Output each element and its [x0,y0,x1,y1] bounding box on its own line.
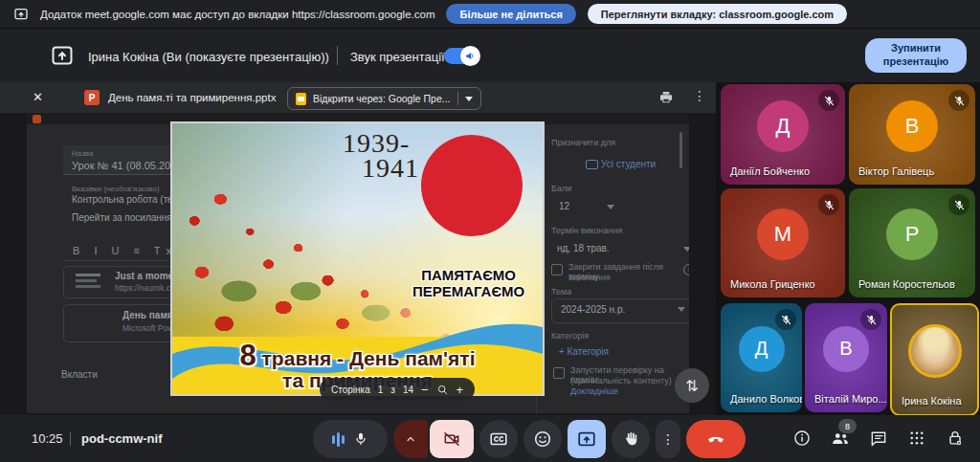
close-after-label2: виконання [568,273,611,282]
speaker-icon [465,51,476,61]
mic-off-icon [818,90,839,111]
participant-tile-self[interactable]: Ірина Кокіна [890,303,979,416]
attachment-thumbnail [64,305,112,341]
chevron-down-icon [607,205,614,209]
google-meet-window: Додаток meet.google.com має доступ до вк… [0,0,980,462]
meeting-code: pod-ccmw-nif [81,431,163,446]
page-current: 1 [378,385,384,395]
page-total: 14 [403,385,413,395]
zoom-in-button[interactable]: + [457,384,464,396]
participant-name: Віталій Миро... [814,393,887,405]
share-banner-text: Додаток meet.google.com має доступ до вк… [40,9,434,20]
raise-hand-icon [621,429,640,449]
participant-tile[interactable]: В Віктор Галівець [849,84,975,185]
camera-options-button[interactable] [393,420,428,458]
host-controls-button[interactable] [944,427,967,450]
people-panel-button[interactable]: 8 [829,427,852,450]
file-name: День памя.ті та примирення.pptx [108,92,276,103]
page-label: Сторінка [331,385,370,395]
meeting-panels: 8 [791,427,967,450]
reactions-button[interactable] [523,420,562,458]
zoom-icon[interactable] [436,384,449,396]
avatar: М [757,209,809,260]
toggle-knob [460,46,480,66]
points-label: Бали [551,184,571,193]
participant-tile[interactable]: Д Даніїл Бойченко [721,84,845,185]
presentation-audio-toggle[interactable] [444,48,479,64]
shared-screen-viewer: ✕ P День памя.ті та примирення.pptx Відк… [0,82,716,415]
add-category-button: + Категорія [559,346,609,357]
slide-years: 1939- 1941 [343,131,419,181]
participant-tile[interactable]: Д Данило Волков [721,303,802,412]
participant-tile[interactable]: В Віталій Миро... [805,303,887,412]
info-icon: i [683,264,689,275]
raise-hand-button[interactable] [612,420,650,458]
participant-name: Віктор Галівець [858,165,934,177]
tab-share-banner: Додаток meet.google.com має доступ до вк… [0,0,980,29]
participant-count-badge: 8 [838,419,857,433]
instructions-label: Вказівки (необов'язково) [72,185,159,193]
participant-tile[interactable]: Р Роман Коростельов [849,188,975,297]
chat-panel-button[interactable] [867,427,890,450]
participant-tile[interactable]: М Микола Гриценко [721,188,845,297]
page-controls: Сторінка 1 з 14 − + [320,378,475,401]
checkbox [553,367,565,379]
file-viewer-header: ✕ P День памя.ті та примирення.pptx Відк… [0,82,716,113]
open-with-label: Відкрити через: Google Пре... [313,93,451,104]
avatar: Д [739,326,785,372]
swap-layout-button[interactable]: ⇅ [675,368,709,403]
reactions-icon [532,429,553,450]
clock-time: 10:25 [32,431,63,446]
slide-motto: ПАМЯТАЄМО ПЕРЕМАГАЄМО [412,267,524,300]
print-icon[interactable] [658,90,674,105]
assign-to-label: Призначити для [551,138,615,147]
captions-button[interactable] [479,420,518,458]
attach-label: Вкласти [61,369,98,380]
category-label: Категорія [551,331,589,341]
zoom-out-button[interactable]: − [421,384,429,396]
presenting-bar: Ірина Кокіна (Ви (показуєте презентацію)… [0,29,980,83]
avatar: Р [886,209,938,260]
more-options-icon[interactable]: ⋮ [693,88,706,103]
mic-off-icon [818,194,839,215]
main-area: ✕ P День памя.ті та примирення.pptx Відк… [0,82,980,415]
due-value: нд, 18 трав. [557,243,610,253]
chevron-down-icon [678,307,685,312]
present-now-button[interactable] [568,420,606,458]
divider [337,46,338,65]
learn-more-link: Докладніше [570,386,618,396]
mic-off-icon [860,309,881,330]
captions-icon [488,429,509,450]
classroom-logo-dimmed [33,115,41,123]
meeting-details-button[interactable] [791,427,813,450]
end-call-button[interactable] [686,420,746,458]
info-icon [792,429,812,448]
participant-name: Данило Волков [730,393,802,405]
audio-level-icon [332,431,345,447]
divider [70,432,71,446]
divider [457,92,458,105]
tab-share-icon [13,7,29,22]
stop-sharing-button[interactable]: Більше не ділиться [446,4,575,24]
close-icon[interactable]: ✕ [33,90,43,104]
chevron-down-icon[interactable] [465,97,473,101]
view-tab-button[interactable]: Переглянути вкладку: classroom.google.co… [588,4,847,24]
open-with-button[interactable]: Відкрити через: Google Пре... [287,87,481,110]
presentation-audio-label: Звук презентації [350,50,445,64]
mic-icon [352,430,369,448]
google-slides-icon [296,93,306,105]
host-controls-icon [946,429,965,448]
more-options-button[interactable]: ⋮ [656,420,680,458]
present-icon [576,429,597,450]
participants-grid: Д Даніїл Бойченко В Віктор Галівець М Ми… [716,82,980,415]
microphone-button[interactable] [313,420,388,458]
checkbox [551,264,563,275]
apps-icon [908,429,925,447]
activities-button[interactable] [905,427,928,450]
people-icon [586,160,598,169]
stop-presentation-button[interactable]: Зупинити презентацію [865,38,967,73]
powerpoint-file-icon: P [84,90,100,105]
bottom-control-bar: 10:25 pod-ccmw-nif [0,415,980,462]
camera-off-button[interactable] [430,420,474,458]
avatar: В [886,100,938,152]
